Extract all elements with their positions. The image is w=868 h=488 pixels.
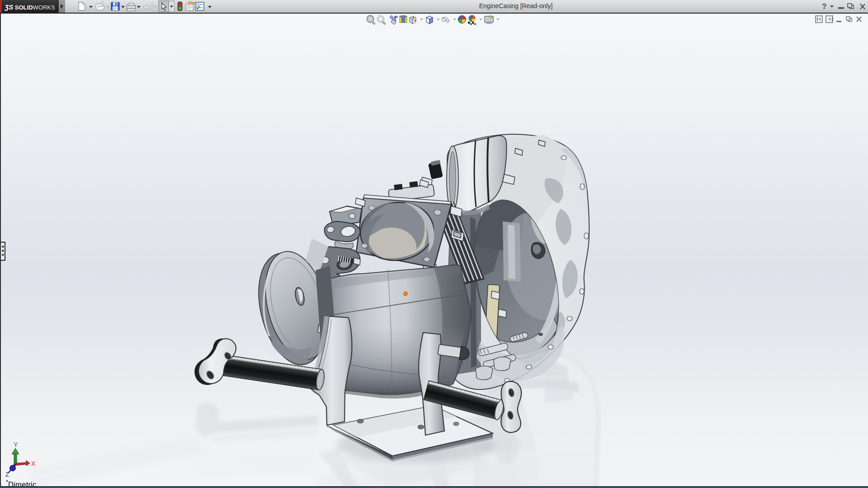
svg-text:Z: Z bbox=[5, 471, 9, 477]
svg-text:X: X bbox=[31, 460, 36, 467]
svg-text:Y: Y bbox=[14, 441, 18, 448]
